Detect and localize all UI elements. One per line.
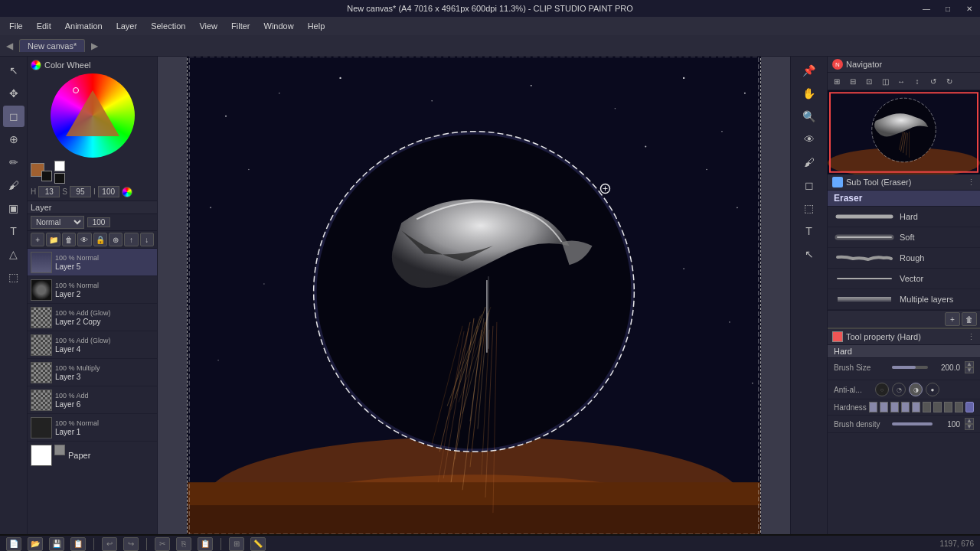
s-value[interactable]: 95 [70,186,91,197]
preset-delete-button[interactable]: 🗑 [962,312,977,326]
status-save[interactable]: 💾 [49,537,64,551]
nav-tool-5[interactable]: ↔ [893,74,909,88]
status-grid[interactable]: ⊞ [229,537,244,551]
layer-merge-button[interactable]: ⊕ [109,233,122,246]
layer-up-button[interactable]: ↑ [124,233,138,246]
brush-size-down[interactable]: ▼ [965,367,974,373]
layer-new-button[interactable]: + [31,233,44,246]
i-value[interactable]: 100 [98,186,119,197]
tool-zoom[interactable]: ⊕ [3,129,24,150]
brush-preset-hard[interactable]: Hard [828,207,980,227]
density-down[interactable]: ▼ [965,424,974,430]
menu-animation[interactable]: Animation [59,20,109,32]
white-swatch[interactable] [54,161,65,171]
right-panel-text2[interactable]: T [799,220,820,242]
right-panel-brush[interactable]: 🖌 [799,152,820,173]
hardness-block-6[interactable] [923,402,931,412]
tab-arrow-left[interactable]: ◀ [3,41,16,51]
menu-selection[interactable]: Selection [145,20,191,32]
tool-move[interactable]: ✥ [3,83,24,104]
status-redo[interactable]: ↪ [123,537,139,551]
layer-lock-button[interactable]: 🔒 [93,233,107,246]
right-panel-pin[interactable]: 📌 [799,60,820,81]
brush-preset-rough[interactable]: Rough [828,248,980,269]
close-button[interactable]: ✕ [959,0,980,17]
menu-help[interactable]: Help [302,20,332,32]
tool-cursor[interactable]: ↖ [3,60,24,81]
color-picker-icon[interactable] [122,187,132,197]
h-value[interactable]: 13 [38,186,60,197]
layer-item[interactable]: 100 % Add (Glow) Layer 2 Copy [28,304,157,331]
nav-tool-4[interactable]: ◫ [877,74,893,88]
layer-item[interactable]: 100 % Normal Layer 2 [28,276,157,304]
brush-preset-soft[interactable]: Soft [828,227,980,248]
right-panel-arrow[interactable]: ↖ [799,243,820,265]
brush-preset-multiple[interactable]: Multiple layers [828,289,980,310]
layer-item[interactable]: 100 % Normal Layer 1 [28,414,157,442]
menu-edit[interactable]: Edit [31,20,57,32]
tool-shape[interactable]: △ [3,243,24,265]
hardness-block-4[interactable] [901,402,910,412]
tool-prop-options-button[interactable]: ⋮ [967,332,975,342]
black-swatch[interactable] [54,173,65,184]
canvas-area[interactable] [158,57,790,534]
nav-tool-7[interactable]: ↺ [926,74,941,88]
hardness-block-5[interactable] [912,402,920,412]
right-panel-select2[interactable]: ⬚ [799,197,820,219]
layer-down-button[interactable]: ↓ [140,233,154,246]
layer-item[interactable]: 100 % Add Layer 6 [28,386,157,414]
menu-window[interactable]: Window [258,20,300,32]
layer-opacity-input[interactable] [87,217,110,227]
status-paste[interactable]: 📋 [198,537,213,551]
color-fg-bg[interactable] [31,163,52,181]
hardness-expand-button[interactable] [965,402,974,412]
minimize-button[interactable]: — [916,0,937,17]
status-cut[interactable]: ✂ [155,537,170,551]
menu-view[interactable]: View [193,20,224,32]
antialias-strong[interactable]: ● [926,383,939,396]
navigator-thumbnail[interactable] [828,90,980,174]
brush-size-slider[interactable] [892,366,928,369]
status-new[interactable]: 📄 [6,537,21,551]
nav-tool-2[interactable]: ⊟ [845,74,861,88]
nav-tool-6[interactable]: ↕ [910,74,925,88]
hardness-block-1[interactable] [869,402,877,412]
artwork-canvas[interactable] [187,57,761,534]
background-color[interactable] [41,171,52,181]
layer-delete-button[interactable]: 🗑 [62,233,76,246]
status-save-as[interactable]: 📋 [70,537,86,551]
menu-layer[interactable]: Layer [110,20,144,32]
status-open[interactable]: 📂 [28,537,43,551]
layer-folder-button[interactable]: 📁 [46,233,60,246]
maximize-button[interactable]: □ [937,0,959,17]
status-ruler[interactable]: 📏 [250,537,266,551]
right-panel-hand[interactable]: ✋ [799,83,820,104]
tool-text[interactable]: T [3,220,24,242]
nav-tool-8[interactable]: ↻ [942,74,957,88]
nav-tool-1[interactable]: ⊞ [829,74,844,88]
hardness-block-3[interactable] [890,402,899,412]
density-slider[interactable] [892,422,933,425]
layer-item[interactable]: 100 % Add (Glow) Layer 4 [28,331,157,359]
status-copy[interactable]: ⎘ [176,537,191,551]
preset-add-button[interactable]: + [945,312,960,326]
hardness-block-2[interactable] [880,402,888,412]
menu-file[interactable]: File [3,20,29,32]
color-wheel-canvas[interactable] [36,73,149,158]
antialias-none[interactable]: ○ [875,383,889,396]
hardness-block-9[interactable] [955,402,963,412]
paper-item[interactable]: Paper [28,442,157,469]
antialias-weak[interactable]: ◔ [892,383,906,396]
status-undo[interactable]: ↩ [102,537,117,551]
layer-item[interactable]: 100 % Normal Layer 5 [28,249,157,276]
tab-arrow-right[interactable]: ▶ [88,41,101,51]
tool-select[interactable]: ⬚ [3,266,24,288]
antialias-medium[interactable]: ◑ [909,383,923,396]
tool-pen[interactable]: ✏ [3,152,24,173]
right-panel-eye[interactable]: 👁 [799,129,820,150]
right-panel-eraser2[interactable]: ◻ [799,174,820,196]
subtool-options-button[interactable]: ⋮ [967,178,975,187]
layer-item[interactable]: 100 % Multiply Layer 3 [28,359,157,386]
hardness-block-7[interactable] [933,402,942,412]
layer-mode-select[interactable]: Normal Multiply Add (Glow) [31,216,84,229]
